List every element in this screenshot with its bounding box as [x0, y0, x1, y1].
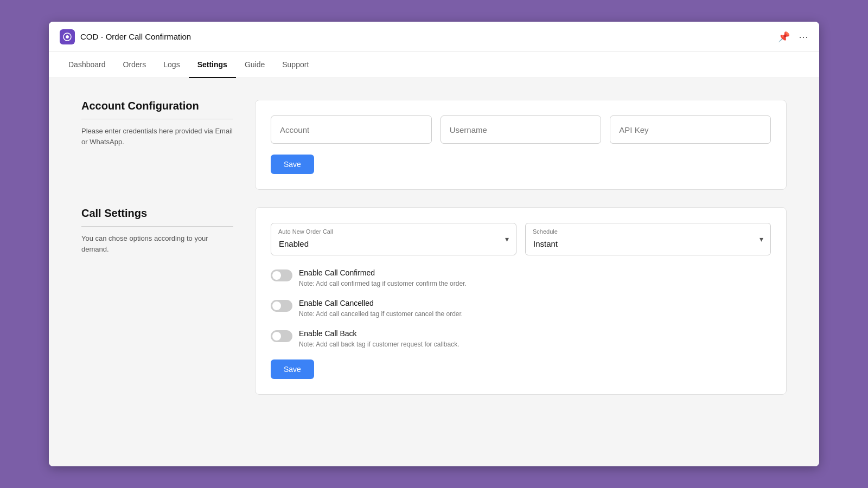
title-bar-right: 📌 ⋯ [778, 31, 808, 43]
account-input-row [271, 115, 771, 144]
call-settings-section: Call Settings You can chose options acco… [81, 207, 787, 395]
call-confirmed-text: Enable Call Confirmed Note: Add call con… [299, 268, 467, 288]
auto-new-order-call-label: Auto New Order Call [278, 228, 333, 235]
call-settings-description: You can chose options according to your … [81, 233, 233, 254]
title-bar-left: COD - Order Call Confirmation [60, 29, 191, 44]
call-back-text: Enable Call Back Note: Add call back tag… [299, 329, 459, 349]
call-confirmed-toggle[interactable] [271, 269, 292, 281]
account-config-info: Account Configuration Please enter crede… [81, 100, 233, 190]
more-options-icon[interactable]: ⋯ [799, 31, 808, 43]
nav-item-dashboard[interactable]: Dashboard [60, 52, 114, 78]
account-input[interactable] [271, 115, 432, 144]
call-cancelled-note: Note: Add call cancelled tag if customer… [299, 310, 463, 318]
call-confirmed-label: Enable Call Confirmed [299, 268, 467, 277]
app-logo-icon [60, 29, 75, 44]
call-back-slider [271, 330, 292, 342]
call-cancelled-toggle[interactable] [271, 300, 292, 312]
main-content: Account Configuration Please enter crede… [49, 78, 819, 466]
account-config-card: Save [255, 100, 787, 190]
call-settings-save-button[interactable]: Save [271, 359, 314, 379]
call-back-label: Enable Call Back [299, 329, 459, 338]
call-settings-divider [81, 226, 233, 227]
nav-bar: Dashboard Orders Logs Settings Guide Sup… [49, 52, 819, 78]
schedule-wrapper: Schedule Instant Scheduled ▾ [525, 223, 771, 255]
account-config-section: Account Configuration Please enter crede… [81, 100, 787, 190]
api-key-input[interactable] [610, 115, 771, 144]
account-config-title: Account Configuration [81, 100, 233, 112]
call-back-note: Note: Add call back tag if customer requ… [299, 341, 459, 348]
title-bar: COD - Order Call Confirmation 📌 ⋯ [49, 22, 819, 52]
nav-item-settings[interactable]: Settings [189, 52, 236, 78]
call-cancelled-slider [271, 300, 292, 312]
nav-item-logs[interactable]: Logs [155, 52, 188, 78]
call-settings-card: Auto New Order Call Enabled Disabled ▾ S… [255, 207, 787, 395]
nav-item-support[interactable]: Support [273, 52, 317, 78]
app-title: COD - Order Call Confirmation [80, 32, 191, 41]
nav-item-guide[interactable]: Guide [236, 52, 273, 78]
call-confirmed-slider [271, 269, 292, 281]
auto-new-order-call-select[interactable]: Enabled Disabled [271, 223, 516, 255]
schedule-label: Schedule [533, 228, 558, 235]
schedule-select[interactable]: Instant Scheduled [525, 223, 771, 255]
call-confirmed-note: Note: Add call confirmed tag if customer… [299, 280, 467, 287]
account-save-button[interactable]: Save [271, 155, 314, 174]
nav-item-orders[interactable]: Orders [114, 52, 155, 78]
toggle-call-back: Enable Call Back Note: Add call back tag… [271, 329, 771, 349]
toggle-call-cancelled: Enable Call Cancelled Note: Add call can… [271, 299, 771, 318]
call-settings-info: Call Settings You can chose options acco… [81, 207, 233, 395]
call-cancelled-label: Enable Call Cancelled [299, 299, 463, 307]
toggle-call-confirmed: Enable Call Confirmed Note: Add call con… [271, 268, 771, 288]
dropdown-row: Auto New Order Call Enabled Disabled ▾ S… [271, 223, 771, 255]
call-back-toggle[interactable] [271, 330, 292, 342]
account-config-divider [81, 119, 233, 119]
pin-icon[interactable]: 📌 [778, 31, 790, 43]
call-cancelled-text: Enable Call Cancelled Note: Add call can… [299, 299, 463, 318]
account-config-description: Please enter credentials here provided v… [81, 126, 233, 147]
app-window: COD - Order Call Confirmation 📌 ⋯ Dashbo… [49, 22, 819, 466]
call-settings-title: Call Settings [81, 207, 233, 220]
auto-new-order-call-wrapper: Auto New Order Call Enabled Disabled ▾ [271, 223, 516, 255]
username-input[interactable] [441, 115, 602, 144]
